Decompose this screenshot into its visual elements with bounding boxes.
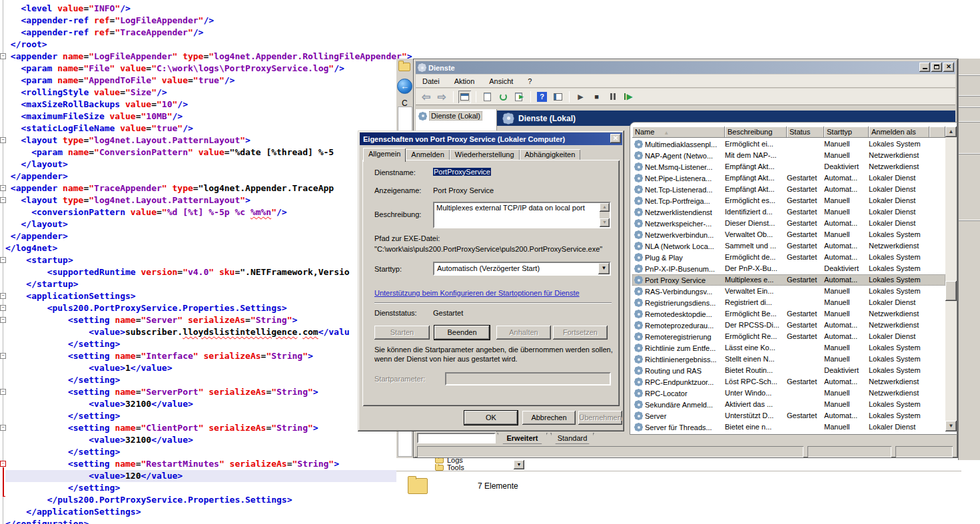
code-line[interactable]: <appender-ref ref="LogFileAppender"/>	[5, 15, 432, 27]
service-row[interactable]: Net.Tcp-Listenerad...Empfängt Akt...Gest…	[632, 184, 945, 195]
service-row[interactable]: Plug & PlayErmöglicht de...GestartetAuto…	[632, 252, 945, 263]
tab-allgemein[interactable]: Allgemein	[363, 148, 406, 162]
scroll-up-icon[interactable]: ▲	[945, 127, 957, 137]
fold-toggle-icon[interactable]: −	[0, 389, 6, 395]
starttyp-combobox[interactable]: Automatisch (Verzögerter Start) ▼	[433, 262, 611, 276]
menu-hilfe[interactable]: ?	[528, 77, 532, 85]
fold-toggle-icon[interactable]: −	[0, 425, 6, 431]
startparameter-input[interactable]	[445, 372, 611, 386]
scrollbar-thumb[interactable]	[945, 281, 957, 301]
service-row[interactable]: Multimediaklassenpl...Ermöglicht ei...Ma…	[632, 138, 945, 150]
fold-toggle-icon[interactable]: −	[0, 197, 6, 203]
service-row[interactable]: Net.Pipe-Listenera...Empfängt Akt...Gest…	[632, 172, 945, 184]
service-row[interactable]: NAP-Agent (Netwo...Mit dem NAP-...Manuel…	[632, 150, 945, 161]
fold-toggle-icon[interactable]: −	[0, 137, 6, 143]
abbrechen-button[interactable]: Abbrechen	[522, 411, 576, 425]
column-header-beschreibung[interactable]: Beschreibung	[725, 127, 787, 138]
back-icon[interactable]: ⇦	[420, 91, 432, 103]
back-button[interactable]: ←	[397, 79, 412, 94]
menu-ansicht[interactable]: Ansicht	[489, 77, 513, 85]
code-line[interactable]: </applicationSettings>	[5, 506, 432, 518]
column-header-starttyp[interactable]: Starttyp	[824, 127, 869, 138]
service-row[interactable]: RemoteregistrierungErmöglicht Re...Gesta…	[632, 331, 945, 342]
code-line[interactable]: <rollingStyle value="Size"/>	[5, 87, 432, 99]
forward-icon[interactable]: ⇨	[436, 91, 448, 103]
code-line[interactable]: <param name="AppendToFile" value="true"/…	[5, 75, 432, 87]
service-row[interactable]: Remotedesktopdie...Ermöglicht Be...Gesta…	[632, 308, 945, 320]
code-line[interactable]: </root>	[5, 39, 432, 51]
service-row[interactable]: NLA (Network Loca...Sammelt und ...Gesta…	[632, 240, 945, 252]
tab-standard[interactable]: Standard	[550, 433, 594, 444]
fold-toggle-icon[interactable]: −	[0, 293, 6, 299]
code-line[interactable]: <setting name="RestartMinutes" serialize…	[5, 458, 432, 470]
service-row[interactable]: Server für Threads...Bietet eine n...Man…	[632, 421, 945, 433]
service-row[interactable]: Remoteprozedurau...Der RPCSS-Di...Gestar…	[632, 320, 945, 331]
anzeigename-value[interactable]: Port Proxy Service	[433, 186, 494, 194]
service-row[interactable]: RPC-LocatorUnter Windo...ManuellNetzwerk…	[632, 388, 945, 399]
services-scrollbar[interactable]: ▲ ▼	[945, 127, 957, 431]
code-line[interactable]: </setting>	[5, 446, 432, 458]
menu-datei[interactable]: Datei	[422, 77, 440, 85]
service-row[interactable]: Sekundäre Anmeld...Aktiviert das ...Manu…	[632, 399, 945, 410]
service-row[interactable]: ServerUnterstützt D...GestartetAutomat..…	[632, 410, 945, 421]
dropdown-fragment[interactable]: ▼	[508, 460, 524, 469]
extended-view-icon[interactable]	[552, 91, 564, 103]
dienstname-value[interactable]: PortProxyService	[433, 168, 491, 176]
scroll-down-icon[interactable]: ▼	[600, 218, 610, 227]
refresh-icon[interactable]	[497, 91, 510, 103]
beenden-button[interactable]: Beenden	[434, 326, 490, 340]
ok-button[interactable]: OK	[464, 411, 518, 425]
code-line[interactable]: </configuration>	[5, 518, 432, 524]
properties-icon[interactable]	[481, 91, 494, 103]
close-button[interactable]: ✕	[943, 63, 954, 72]
service-row[interactable]: Richtlinienergebniss...Stellt einen N...…	[632, 354, 945, 365]
scroll-down-icon[interactable]: ▼	[945, 421, 957, 431]
chevron-down-icon[interactable]: ▼	[598, 263, 610, 274]
service-row[interactable]: Netzwerkspeicher-...Dieser Dienst...Gest…	[632, 218, 945, 229]
service-row[interactable]: RAS-Verbindungsv...Verwaltet Ein...Manue…	[632, 286, 945, 297]
code-line[interactable]: <value>32100</value>	[5, 434, 432, 446]
services-window-titlebar[interactable]: Dienste ✕	[416, 61, 955, 74]
column-header-status[interactable]: Status	[787, 127, 824, 138]
play-icon[interactable]: ▶	[574, 91, 587, 103]
help-icon[interactable]: ?	[536, 91, 548, 103]
fold-toggle-icon[interactable]: −	[0, 257, 6, 263]
service-row[interactable]: Netzwerkverbindun...Verwaltet Ob...Gesta…	[632, 229, 945, 240]
code-line[interactable]: </puls200.PortProxyService.Properties.Se…	[5, 494, 432, 506]
tree-item-dienste-lokal[interactable]: Dienste (Lokal)	[417, 111, 484, 121]
tab-erweitert[interactable]: Erweitert	[497, 433, 548, 444]
pause-icon[interactable]	[606, 91, 619, 103]
fold-toggle-icon[interactable]: −	[0, 185, 6, 191]
fortsetzen-button[interactable]: Fortsetzen	[553, 326, 608, 340]
fold-toggle-icon[interactable]: −	[0, 461, 6, 467]
restart-icon[interactable]: ▶	[622, 91, 635, 103]
service-row-selected[interactable]: Port Proxy ServiceMultiplexes e...Gestar…	[632, 274, 945, 286]
maximize-button[interactable]	[931, 63, 942, 72]
beschreibung-textbox[interactable]: Multiplexes external TCP/IP data on loca…	[433, 202, 611, 228]
fold-toggle-icon[interactable]: −	[0, 53, 6, 59]
anhalten-button[interactable]: Anhalten	[496, 326, 551, 340]
startoptionen-link[interactable]: Unterstützung beim Konfigurieren der Sta…	[374, 289, 580, 297]
service-row[interactable]: PnP-X-IP-Busenum...Der PnP-X-Bu...Deakti…	[632, 263, 945, 274]
starten-button[interactable]: Starten	[374, 326, 430, 340]
dialog-titlebar[interactable]: Eigenschaften von Port Proxy Service (Lo…	[360, 132, 622, 145]
code-line[interactable]: </setting>	[5, 482, 432, 494]
menu-aktion[interactable]: Aktion	[454, 77, 475, 85]
service-row[interactable]: Registrierungsdiens...Registriert di...M…	[632, 297, 945, 308]
column-header-name[interactable]: Name▲	[632, 127, 725, 138]
column-header-anmelden-als[interactable]: Anmelden als	[869, 127, 929, 138]
service-row[interactable]: Routing und RASBietet Routin...Deaktivie…	[632, 365, 945, 376]
fold-toggle-icon[interactable]: −	[0, 305, 6, 311]
close-icon[interactable]: ✕	[610, 134, 621, 143]
fold-toggle-icon[interactable]: −	[0, 317, 6, 323]
textbox-scrollbar[interactable]: ▲ ▼	[600, 203, 610, 227]
service-row[interactable]: Net.Msmq-Listener...Empfängt Akt...Deakt…	[632, 161, 945, 172]
service-row[interactable]: Net.Tcp-Portfreiga...Ermöglicht es...Ges…	[632, 195, 945, 206]
uebernehmen-button[interactable]: Übernehmen	[578, 411, 622, 425]
scroll-up-icon[interactable]: ▲	[600, 203, 610, 212]
code-line[interactable]: <maximumFileSize value="10MB"/>	[5, 111, 432, 123]
code-line[interactable]: <maxSizeRollBackups value="10"/>	[5, 99, 432, 111]
code-line[interactable]: <appender-ref ref="TraceAppender"/>	[5, 27, 432, 39]
fold-toggle-icon[interactable]: −	[0, 353, 6, 359]
show-console-tree-icon[interactable]	[458, 91, 471, 103]
